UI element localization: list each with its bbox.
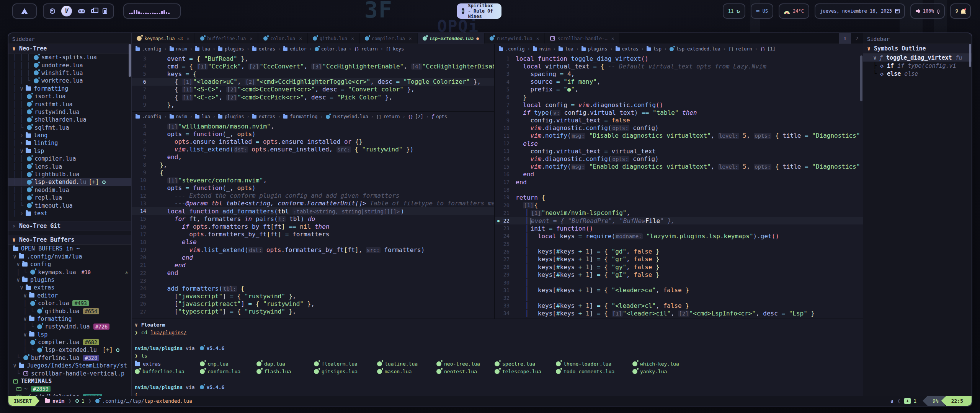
code-line-21[interactable]: 21 ▏[1]"neovim/nvim-lspconfig", bbox=[495, 209, 863, 217]
windows-workspace-icon[interactable] bbox=[91, 9, 95, 13]
tree-row-compiler-lua[interactable]: │ compiler.lua#682 bbox=[8, 338, 131, 346]
tree-row-shellharden-lua[interactable]: │ │ shellharden.lua bbox=[8, 116, 131, 124]
code-line-18[interactable]: 18 else bbox=[132, 238, 494, 246]
tree-row-worktree-lua[interactable]: │ │ └ worktree.lua bbox=[8, 77, 131, 85]
code-line-15[interactable]: 15 vim.notify(msg: "Enabled diagnostics … bbox=[495, 163, 863, 171]
code-line-34[interactable]: 34 ▏ keys[#keys + 1] = { [1]"<leader>cil… bbox=[495, 309, 863, 317]
neotree-section-neo-tree[interactable]: ∨Neo-Tree bbox=[8, 44, 131, 54]
code-line-19[interactable]: 19 vim.list_extend(dst: opts.formatters_… bbox=[132, 246, 494, 254]
breadcrumb-segment[interactable]: [1] bbox=[767, 46, 776, 52]
breadcrumb-segment[interactable]: extras bbox=[622, 46, 639, 52]
code-line-16[interactable]: 16 if opts.formatters_by_ft[ft] == nil t… bbox=[132, 223, 494, 230]
breadcrumb-segment[interactable]: plugins bbox=[225, 114, 244, 119]
code-line-23[interactable]: 23 ▏init = function() bbox=[495, 224, 863, 232]
code-line-21[interactable]: 21 end bbox=[132, 261, 494, 269]
vim-workspace-icon-active[interactable]: V bbox=[61, 6, 72, 16]
tree-row-repl-lua[interactable]: │ │ repl.lua bbox=[8, 194, 131, 202]
breadcrumb-segment[interactable]: plugins bbox=[225, 46, 244, 52]
code-line-3[interactable]: 3 spacing = 4, bbox=[495, 70, 863, 78]
breadcrumb-segment[interactable]: keys bbox=[393, 46, 404, 52]
code-line-7[interactable]: 7 end, bbox=[132, 153, 494, 161]
code-line-10[interactable]: 10 vim.diagnostic.config(opts: config) bbox=[495, 124, 863, 132]
tree-row-plugins[interactable]: ∨plugins bbox=[8, 276, 131, 284]
tree-row-compiler-lua[interactable]: │ │ compiler.lua bbox=[8, 155, 131, 163]
breadcrumb-segment[interactable]: opts bbox=[436, 114, 447, 119]
breadcrumb-segment[interactable]: lua bbox=[565, 46, 573, 52]
notifications-widget[interactable]: 9 bbox=[950, 3, 971, 19]
tree-row-keymaps-lua[interactable]: │ └ keymaps.lua#10⚠ bbox=[8, 268, 131, 276]
tree-row-lsp-extended-[interactable]: │ │ lsp-extended.lu[+] bbox=[8, 178, 131, 186]
editor-lsp-extended-lua[interactable]: 1local function toggle_diag_virtext()2 l… bbox=[495, 54, 863, 319]
code-line-8[interactable]: 8 { [1]"<C-c>", [2]"<cmd>CccPick<cr>", d… bbox=[132, 93, 494, 101]
code-line-16[interactable]: 16 end bbox=[495, 171, 863, 178]
tree-row-lsp[interactable]: │ ∨lsp bbox=[8, 147, 131, 155]
code-line-6[interactable]: 6 { [1]"<leader>uC", [2]"<cmd>CccHighlig… bbox=[132, 78, 494, 86]
tree-row-formatting[interactable]: │ ∨formatting bbox=[8, 85, 131, 93]
code-line-13[interactable]: 13 config.virtual_text = virtual_text bbox=[495, 147, 863, 155]
buffer-tab-color-lua[interactable]: color.lua× bbox=[258, 33, 307, 44]
breadcrumb-segment[interactable]: editor bbox=[290, 46, 306, 52]
code-line-30[interactable]: 30 ▏ bbox=[495, 278, 863, 286]
tree-row-open-buffers-in-[interactable]: OPEN BUFFERS in ~ bbox=[8, 245, 131, 252]
code-line-11[interactable]: 11 opts = function(_, opts) bbox=[132, 184, 494, 192]
tree-row-extras[interactable]: ∨extras bbox=[8, 284, 131, 291]
code-line-5[interactable]: 5 keys = { bbox=[132, 70, 494, 78]
buffer-tab-rustywind-lua[interactable]: rustywind.lua× bbox=[485, 33, 544, 44]
tab-close-icon[interactable]: × bbox=[611, 36, 614, 41]
code-line-12[interactable]: 12 --- Extend the conform plugin config … bbox=[132, 192, 494, 200]
breadcrumb-segment[interactable]: nvim bbox=[539, 46, 550, 52]
code-line-18[interactable]: 18 bbox=[495, 186, 863, 193]
tree-row-config[interactable]: ∨config bbox=[8, 260, 131, 268]
code-line-7[interactable]: 7 local config = vim.diagnostic.config() bbox=[495, 101, 863, 109]
tab-close-icon[interactable]: × bbox=[186, 36, 189, 41]
code-line-6[interactable]: 6 vim.list_extend(dst: opts.ensure_insta… bbox=[132, 146, 494, 153]
buffer-tab-bufferline-lua[interactable]: bufferline.lua× bbox=[195, 33, 258, 44]
code-line-9[interactable]: 9 }, bbox=[132, 101, 494, 109]
code-line-32[interactable]: 32 ▏ bbox=[495, 294, 863, 302]
code-line-4[interactable]: 4 cmd = { [1]"CccPick", [2]"CccConvert",… bbox=[132, 62, 494, 70]
code-line-9[interactable]: 9 config.virtual_text = false bbox=[495, 117, 863, 124]
breadcrumb-segment[interactable]: return bbox=[383, 114, 400, 119]
tree-row-smart-splits-lua[interactable]: │ │ │ smart-splits.lua bbox=[8, 54, 131, 61]
tree-row-formatting[interactable]: ∨formatting bbox=[8, 315, 131, 323]
buffer-tab-github-lua[interactable]: github.lua× bbox=[308, 33, 359, 44]
code-line-24[interactable]: 24 ▏ local keys = require(modname: "lazy… bbox=[495, 232, 863, 240]
outline-section-header[interactable]: ∨Symbols Outline bbox=[863, 44, 972, 54]
breadcrumb-segment[interactable]: [2] bbox=[415, 114, 423, 119]
neotree-section-neo-tree-git[interactable]: ›Neo-Tree Git bbox=[8, 221, 131, 231]
code-line-31[interactable]: 31 ▏ keys[#keys + 1] = { "<leader>ca", f… bbox=[495, 286, 863, 294]
editor-rustywind-lua[interactable]: 3 [1]"williamboman/mason.nvim",4 opts = … bbox=[132, 122, 494, 319]
now-playing-widget[interactable]: ≋ Spiritbox - Rule Of Nines bbox=[457, 3, 501, 19]
breadcrumb-segment[interactable]: plugins bbox=[588, 46, 608, 52]
code-line-13[interactable]: 13 ---@param tbl table<string, conform.F… bbox=[132, 200, 494, 207]
outline-scrollbar[interactable] bbox=[969, 44, 971, 67]
floaterm-panel[interactable]: ∨Floaterm❯cdlua/plugins/nvim/lua/plugins… bbox=[132, 319, 863, 396]
code-line-8[interactable]: 8 }, bbox=[132, 161, 494, 169]
breadcrumb-segment[interactable]: .config bbox=[142, 114, 162, 119]
code-line-3[interactable]: 3 event = { "BufRead" }, bbox=[132, 55, 494, 62]
code-line-24[interactable]: 24 add_formatters(tbl: { bbox=[132, 285, 494, 292]
tree-row-scrollbar-handle-vertical-p[interactable]: └ scrollbar-handle-vertical.p bbox=[8, 369, 131, 377]
breadcrumb-segment[interactable]: lsp bbox=[653, 46, 662, 52]
breadcrumb-segment[interactable]: nvim bbox=[176, 46, 187, 52]
code-line-19[interactable]: 19return { bbox=[495, 193, 863, 201]
code-line-3[interactable]: 3 [1]"williamboman/mason.nvim", bbox=[132, 122, 494, 130]
breadcrumb-segment[interactable]: return bbox=[735, 46, 752, 52]
tree-row--config-nvim-lua[interactable]: ∨.config/nvim/lua bbox=[8, 253, 131, 260]
neotree-section-neo-tree-buffers[interactable]: ∨Neo-Tree Buffers bbox=[8, 235, 131, 245]
tree-row-editor[interactable]: ∨editor bbox=[8, 292, 131, 299]
outline-symbol-else[interactable]: └ ◇elseelse bbox=[863, 70, 972, 78]
tree-row-lang[interactable]: │ ›lang bbox=[8, 132, 131, 139]
breadcrumb-segment[interactable]: extras bbox=[259, 46, 275, 52]
tab-close-icon[interactable]: × bbox=[536, 36, 539, 41]
buffer-tab-lsp-extended-lua[interactable]: lsp-extended.lua● bbox=[418, 33, 484, 44]
tree-row-linting[interactable]: │ ›linting bbox=[8, 139, 131, 147]
tree-row-github-lua[interactable]: │ └ github.lua#654 bbox=[8, 307, 131, 315]
tree-row-test[interactable]: │ ›test bbox=[8, 210, 131, 217]
code-line-17[interactable]: 17end bbox=[495, 178, 863, 186]
code-line-26[interactable]: 26 ["javascriptreact"] = { "rustywind" }… bbox=[132, 300, 494, 307]
gamepad-workspace-icon[interactable] bbox=[78, 9, 85, 13]
neotree-scrollbar[interactable] bbox=[129, 44, 131, 77]
tabpage-1[interactable]: 1 bbox=[839, 33, 851, 44]
code-line-27[interactable]: 27 ▏ keys[#keys + 1] = { "gr", false } bbox=[495, 255, 863, 263]
